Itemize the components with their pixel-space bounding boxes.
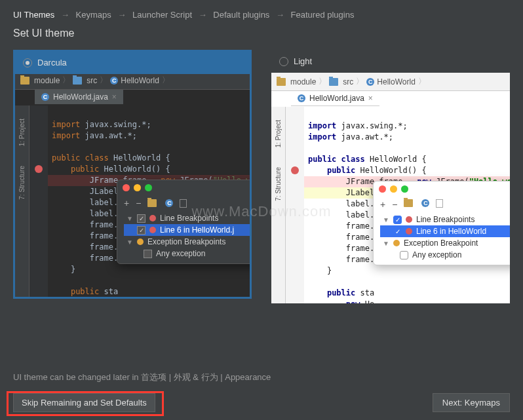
- maximize-window-icon[interactable]: [145, 184, 152, 191]
- editor-breadcrumb: module 〉 src 〉 C HelloWorld 〉: [271, 73, 510, 91]
- remove-icon[interactable]: −: [136, 198, 141, 208]
- editor-gutter: [286, 107, 304, 303]
- crumb-keymaps[interactable]: Keymaps: [76, 10, 111, 20]
- folder-icon: [329, 78, 338, 86]
- folder-icon: [20, 77, 29, 85]
- next-button[interactable]: Next: Keymaps: [433, 393, 510, 412]
- add-icon[interactable]: +: [124, 198, 129, 208]
- close-icon[interactable]: ×: [112, 92, 117, 102]
- class-icon: C: [41, 93, 49, 101]
- chevron-right-icon: →: [276, 10, 284, 20]
- theme-option-darcula[interactable]: Darcula module 〉 src 〉 C HelloWorld 〉 C …: [13, 50, 252, 303]
- checkbox-icon[interactable]: [400, 251, 408, 259]
- remove-icon[interactable]: −: [392, 199, 397, 210]
- project-tool-button[interactable]: 1: Project: [18, 119, 26, 146]
- theme-label-light: Light: [294, 56, 312, 66]
- chevron-right-icon: 〉: [356, 76, 364, 87]
- radio-icon[interactable]: [23, 58, 32, 67]
- crumb-default-plugins[interactable]: Default plugins: [213, 10, 269, 20]
- class-icon: C: [110, 77, 118, 85]
- crumb-launcher-script[interactable]: Launcher Script: [132, 10, 192, 20]
- page-title: Set UI theme: [0, 25, 523, 50]
- tree-node-line-breakpoints[interactable]: ▼ Line Breakpoints: [380, 214, 510, 225]
- editor-tab[interactable]: C HelloWorld.java ×: [291, 91, 379, 106]
- expand-icon[interactable]: ▼: [383, 240, 389, 247]
- class-icon: C: [298, 94, 305, 102]
- hint-text: UI theme can be changed later in 首选项 | 外…: [13, 372, 271, 383]
- breakpoint-icon[interactable]: [35, 165, 43, 173]
- breakpoints-popup: + − C ▼ Line Breakpoints: [117, 180, 250, 264]
- tool-window-bar: 1: Project 7: Structure: [15, 105, 29, 297]
- structure-tool-button[interactable]: 7: Structure: [18, 166, 26, 200]
- expand-icon[interactable]: ▼: [383, 216, 389, 223]
- folder-icon: [73, 77, 82, 85]
- expand-icon[interactable]: ▼: [126, 239, 133, 246]
- tree-node-line-6[interactable]: Line 6 in HelloWorld: [380, 225, 510, 237]
- checkbox-icon[interactable]: [137, 214, 145, 223]
- structure-tool-button[interactable]: 7: Structure: [275, 167, 282, 201]
- editor-tab[interactable]: C HelloWorld.java ×: [35, 90, 123, 104]
- editor-gutter: [29, 105, 48, 297]
- expand-icon[interactable]: ▼: [126, 215, 133, 222]
- class-icon[interactable]: C: [421, 199, 429, 207]
- breakpoints-popup: + − C ▼ Line Breakpoints: [373, 181, 510, 265]
- tree-node-line-breakpoints[interactable]: ▼ Line Breakpoints: [124, 212, 250, 224]
- tree-node-any-exception[interactable]: Any exception: [380, 249, 510, 261]
- breakpoint-icon: [406, 228, 412, 235]
- tree-node-any-exception[interactable]: Any exception: [124, 248, 250, 259]
- tool-window-bar: 1: Project 7: Structure: [271, 107, 286, 303]
- editor-breadcrumb: module 〉 src 〉 C HelloWorld 〉: [15, 71, 250, 90]
- light-preview: module 〉 src 〉 C HelloWorld 〉 C HelloWor…: [271, 73, 510, 303]
- breakpoint-tree: ▼ Line Breakpoints Line 6 in HelloWorld.…: [117, 211, 250, 263]
- window-controls: [374, 181, 510, 197]
- breakpoint-icon: [149, 215, 156, 221]
- class-icon[interactable]: C: [165, 199, 173, 207]
- tree-node-line-6[interactable]: Line 6 in HelloWorld.j: [124, 224, 250, 236]
- popup-toolbar: + − C: [117, 195, 250, 211]
- class-icon: C: [366, 78, 374, 86]
- chevron-right-icon: 〉: [62, 75, 70, 86]
- checkbox-icon[interactable]: [393, 227, 402, 236]
- checkbox-icon[interactable]: [144, 250, 152, 258]
- popup-toolbar: + − C: [374, 197, 510, 212]
- darcula-preview: module 〉 src 〉 C HelloWorld 〉 C HelloWor…: [15, 71, 250, 297]
- chevron-right-icon: 〉: [418, 76, 426, 87]
- chevron-right-icon: 〉: [319, 76, 326, 87]
- chevron-right-icon: →: [117, 10, 126, 20]
- close-window-icon[interactable]: [123, 184, 130, 191]
- chevron-right-icon: →: [199, 10, 207, 20]
- chevron-right-icon: →: [61, 10, 69, 20]
- add-icon[interactable]: +: [380, 199, 385, 210]
- exception-icon: [137, 239, 144, 245]
- theme-label-darcula: Darcula: [37, 58, 67, 67]
- close-window-icon[interactable]: [379, 185, 386, 193]
- chevron-right-icon: 〉: [162, 75, 170, 86]
- breakpoint-icon[interactable]: [291, 166, 299, 174]
- close-icon[interactable]: ×: [368, 94, 373, 103]
- crumb-featured-plugins[interactable]: Featured plugins: [291, 10, 355, 20]
- breakpoint-icon: [406, 216, 412, 223]
- file-icon[interactable]: [436, 199, 443, 208]
- exception-icon: [393, 240, 400, 246]
- folder-icon[interactable]: [147, 199, 157, 207]
- folder-icon: [277, 78, 286, 86]
- radio-icon[interactable]: [279, 57, 288, 66]
- skip-remaining-button[interactable]: Skip Remaining and Set Defaults: [13, 393, 155, 412]
- crumb-ui-themes[interactable]: UI Themes: [13, 10, 54, 20]
- theme-option-light[interactable]: Light module 〉 src 〉 C HelloWorld 〉 C He…: [271, 50, 510, 303]
- window-controls: [117, 180, 250, 195]
- folder-icon[interactable]: [404, 199, 413, 207]
- tree-node-exception-breakpoints[interactable]: ▼ Exception Breakpoint: [380, 237, 510, 249]
- breakpoint-icon: [149, 227, 156, 233]
- wizard-breadcrumb: UI Themes → Keymaps → Launcher Script → …: [0, 0, 523, 25]
- maximize-window-icon[interactable]: [401, 185, 408, 193]
- minimize-window-icon[interactable]: [390, 185, 397, 193]
- checkbox-icon[interactable]: [137, 226, 145, 235]
- file-icon[interactable]: [180, 199, 187, 208]
- project-tool-button[interactable]: 1: Project: [275, 120, 282, 147]
- checkbox-icon[interactable]: [393, 216, 402, 224]
- minimize-window-icon[interactable]: [134, 184, 141, 191]
- breakpoint-tree: ▼ Line Breakpoints Line 6 in HelloWorld …: [374, 212, 510, 265]
- tree-node-exception-breakpoints[interactable]: ▼ Exception Breakpoints: [124, 236, 250, 248]
- chevron-right-icon: 〉: [100, 75, 107, 86]
